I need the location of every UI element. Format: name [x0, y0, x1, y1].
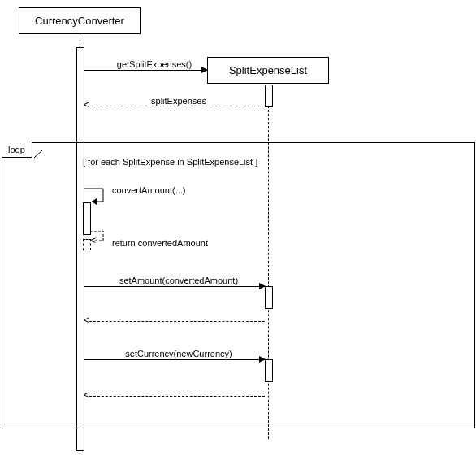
message-arrow [84, 70, 207, 71]
svg-line-0 [34, 150, 42, 158]
participant-currency-converter: CurrencyConverter [19, 7, 141, 34]
activation-self-convert [83, 202, 91, 235]
arrow-head-icon: < [84, 102, 89, 108]
arrow-head-icon [259, 356, 266, 363]
participant-label: SplitExpenseList [229, 64, 307, 76]
tab-notch-icon [34, 142, 44, 159]
participant-split-expense-list: SplitExpenseList [207, 57, 329, 84]
arrow-head-icon [259, 283, 266, 289]
arrow-head-icon: < [84, 392, 89, 398]
participant-label: CurrencyConverter [35, 15, 124, 27]
message-label: convertAmount(...) [112, 185, 185, 195]
message-arrow [84, 359, 265, 360]
message-label: splitExpenses [138, 96, 219, 106]
activation-split-expense-list-1 [265, 85, 273, 107]
return-arrow [89, 396, 265, 397]
loop-guard: [ for each SplitExpense in SplitExpenseL… [83, 157, 257, 167]
activation-split-expense-list-2 [265, 286, 273, 309]
return-arrow [89, 321, 265, 322]
loop-operator-tab: loop [2, 142, 32, 158]
return-arrow [89, 106, 265, 106]
loop-operator-label: loop [8, 145, 25, 154]
message-label: setCurrency(newCurrency) [114, 349, 244, 358]
self-call-arrow [84, 185, 108, 205]
arrow-head-icon: < [84, 317, 89, 324]
message-label: return convertedAmount [112, 238, 208, 248]
message-arrow [84, 286, 265, 287]
message-label: getSplitExpenses() [106, 59, 203, 69]
activation-split-expense-list-3 [265, 359, 273, 382]
message-label: setAmount(convertedAmount) [114, 276, 244, 285]
loop-fragment [2, 142, 475, 428]
svg-marker-1 [92, 198, 97, 205]
arrow-head-icon: < [90, 237, 96, 244]
